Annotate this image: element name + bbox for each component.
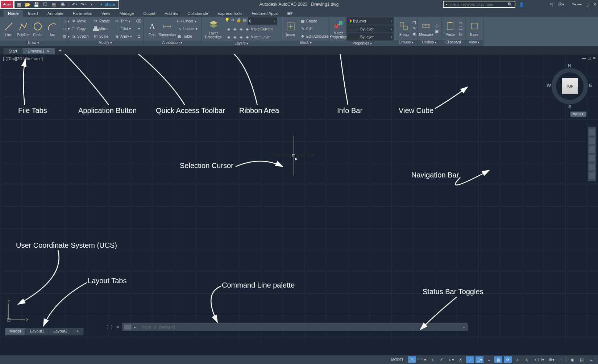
- share-button[interactable]: ✈ Share: [97, 2, 117, 7]
- cmd-history-icon[interactable]: ▴: [463, 325, 465, 329]
- panel-utilities-title[interactable]: Utilities ▾: [418, 40, 441, 46]
- fillet-button[interactable]: ⌒Fillet ▾: [113, 25, 133, 32]
- minimize-icon[interactable]: —: [577, 2, 582, 7]
- arc-button[interactable]: Arc: [46, 20, 59, 38]
- application-button[interactable]: ACAD: [0, 0, 14, 9]
- signin-icon[interactable]: 👤: [519, 2, 524, 7]
- viewcube-north[interactable]: N: [568, 63, 571, 68]
- panel-modify-title[interactable]: Modify ▾: [67, 41, 143, 46]
- tab-close-icon[interactable]: ✕: [47, 49, 50, 53]
- cmd-handle-icon[interactable]: ⋮⋮: [105, 325, 114, 330]
- search-box[interactable]: ▸ 🔍: [443, 1, 515, 8]
- offset-button[interactable]: ⊏: [135, 33, 143, 40]
- status-anno2-icon[interactable]: ⚹: [523, 356, 531, 363]
- tab-express[interactable]: Express Tools: [213, 10, 246, 17]
- panel-properties-title[interactable]: Properties ▾: [330, 41, 395, 46]
- polyline-button[interactable]: Polyline: [17, 20, 30, 38]
- tab-collaborate[interactable]: Collaborate: [183, 10, 212, 17]
- status-2d-icon[interactable]: ▢▾: [476, 356, 483, 363]
- panel-view-title[interactable]: View ▾: [465, 40, 483, 46]
- layer-state-icon[interactable]: 💡: [225, 17, 230, 22]
- create-button[interactable]: ▦Create: [299, 17, 333, 25]
- app-store-icon[interactable]: Ⓐ▾: [558, 2, 564, 7]
- nav-wheel-icon[interactable]: [589, 129, 595, 135]
- status-snap-icon[interactable]: ⋮⋮▾: [417, 356, 425, 363]
- measure-button[interactable]: Measure: [420, 20, 433, 37]
- status-anno-icon[interactable]: ⚹: [513, 356, 521, 363]
- status-scale[interactable]: ⚹ 1:1▾: [532, 356, 546, 363]
- nav-pan-icon[interactable]: [589, 138, 595, 144]
- calc-icon[interactable]: ⊞: [434, 23, 439, 28]
- status-osnap-icon[interactable]: ∡: [457, 356, 465, 363]
- edit-block-button[interactable]: ✎Edit: [299, 25, 333, 32]
- text-button[interactable]: AText: [146, 20, 159, 38]
- panel-layers-title[interactable]: Layers ▾: [202, 41, 282, 46]
- cart-icon[interactable]: 🛒: [549, 2, 555, 7]
- status-cycle-icon[interactable]: ⟳: [504, 356, 512, 363]
- layer-dropdown[interactable]: 0▾: [248, 17, 277, 25]
- status-polar-icon[interactable]: ∠: [438, 356, 446, 363]
- qat-more-icon[interactable]: ▾: [89, 1, 95, 7]
- status-ui-icon[interactable]: ▤: [578, 356, 586, 363]
- search-icon[interactable]: 🔍: [507, 2, 512, 7]
- close-icon[interactable]: ✕: [593, 2, 597, 7]
- status-transparency-icon[interactable]: ▦: [494, 356, 502, 363]
- vp-maximize-icon[interactable]: ▢: [587, 56, 591, 60]
- tab-addins[interactable]: Add-ins: [161, 10, 183, 17]
- copy-button[interactable]: ❐Copy: [70, 25, 90, 32]
- plot-icon[interactable]: 🖶: [59, 1, 65, 7]
- tab-parametric[interactable]: Parametric: [68, 10, 96, 17]
- scale-button[interactable]: ◱Scale: [92, 33, 111, 40]
- layer-freeze-icon[interactable]: ❄: [231, 17, 236, 22]
- nav-zoom-icon[interactable]: [589, 146, 595, 153]
- tab-annotate[interactable]: Annotate: [43, 10, 68, 17]
- tab-more-icon[interactable]: ▣▾: [283, 10, 297, 17]
- match-properties-button[interactable]: MatchProperties: [332, 18, 345, 40]
- ucs-indicator[interactable]: Y X: [5, 300, 30, 325]
- search-input[interactable]: [448, 2, 507, 7]
- edit-attr-button[interactable]: ❖Edit Attributes ▾: [299, 33, 333, 40]
- status-iso-icon[interactable]: ⊾▾: [447, 356, 455, 363]
- status-otrack-icon[interactable]: ⟋: [466, 356, 474, 363]
- cut-icon[interactable]: ✂: [458, 21, 463, 26]
- layout-tab-layout1[interactable]: Layout1: [26, 328, 49, 335]
- viewcube-west[interactable]: W: [547, 83, 551, 88]
- tab-featured[interactable]: Featured Apps: [247, 10, 282, 17]
- layout-tab-layout2[interactable]: Layout2: [49, 328, 72, 335]
- command-input[interactable]: [141, 325, 460, 330]
- command-input-box[interactable]: ▸_ ▴: [122, 323, 468, 331]
- nav-orbit-icon[interactable]: [589, 155, 595, 162]
- nav-more-icon[interactable]: [589, 172, 595, 179]
- base-button[interactable]: Base: [468, 20, 481, 37]
- viewcube-top[interactable]: TOP: [562, 78, 578, 94]
- explode-button[interactable]: ✦: [135, 25, 143, 32]
- wcs-badge[interactable]: WCS ▾: [570, 112, 587, 117]
- cloud-icon[interactable]: ▤: [51, 1, 57, 7]
- layer-plot-icon[interactable]: ▤: [242, 17, 247, 22]
- tab-manage[interactable]: Manage: [115, 10, 138, 17]
- group-edit-icon[interactable]: ✎: [412, 26, 417, 31]
- panel-block-title[interactable]: Block ▾: [282, 41, 329, 46]
- panel-groups-title[interactable]: Groups ▾: [395, 40, 417, 46]
- layout-tab-add[interactable]: +: [72, 328, 83, 335]
- linetype-dropdown[interactable]: ByLayer▾: [346, 33, 394, 41]
- panel-draw-title[interactable]: Draw ▾: [0, 41, 67, 46]
- dimension-button[interactable]: Dimension: [160, 20, 174, 38]
- layer-properties-button[interactable]: LayerProperties: [204, 18, 223, 40]
- status-menu-icon[interactable]: ≡: [587, 356, 595, 363]
- status-model[interactable]: MODEL: [389, 356, 407, 363]
- ungroup-icon[interactable]: ❐: [412, 21, 417, 26]
- tab-home[interactable]: Home: [4, 10, 23, 17]
- status-gear-icon[interactable]: ⚙▾: [548, 356, 556, 363]
- view-cube[interactable]: N S E W TOP: [548, 64, 591, 108]
- status-grid-icon[interactable]: ⊞: [408, 356, 416, 363]
- erase-button[interactable]: ⌫: [135, 17, 143, 25]
- line-button[interactable]: Line: [2, 20, 15, 38]
- file-tab-drawing1[interactable]: Drawing1✕: [22, 48, 54, 54]
- rotate-button[interactable]: ↻Rotate: [92, 17, 111, 25]
- paste-button[interactable]: Paste: [444, 20, 457, 37]
- maximize-icon[interactable]: ▢: [585, 2, 589, 7]
- select-icon[interactable]: ▣: [434, 29, 439, 34]
- panel-annotation-title[interactable]: Annotation ▾: [144, 41, 201, 46]
- group-button[interactable]: Group: [397, 20, 410, 37]
